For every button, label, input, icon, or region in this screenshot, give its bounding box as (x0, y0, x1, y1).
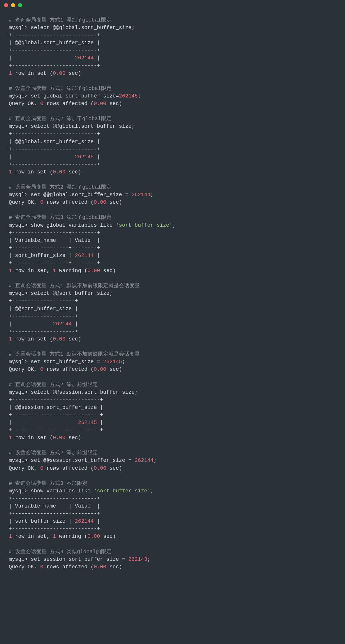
terminal-line: # 查询会话变量 方式1 默认不加前缀限定就是会话变量 (9, 282, 336, 290)
terminal-line: mysql> select @@global.sort_buffer_size; (9, 123, 336, 130)
terminal-line: | Variable_name | Value | (9, 237, 336, 244)
terminal-text-segment: mysql> set global sort_buffer_size= (9, 93, 119, 99)
terminal-text-segment: +------------------+--------+ (9, 511, 100, 517)
terminal-text-segment: +------------------+--------+ (9, 230, 100, 236)
terminal-line: | @@session.sort_buffer_size | (9, 404, 336, 411)
terminal-text-segment: +------------------+--------+ (9, 496, 100, 501)
terminal-line: # 设置全局变量 方式2 添加了global限定 (9, 183, 336, 191)
terminal-text-segment: 'sort_buffer_size' (116, 222, 172, 228)
terminal-text-segment: 0.00 (94, 199, 106, 205)
terminal-line: +--------------------+ (9, 313, 336, 320)
maximize-icon[interactable] (18, 3, 22, 7)
terminal-line (9, 472, 336, 480)
terminal-text-segment: 0.00 (53, 435, 65, 441)
terminal-text-segment: 262144 (75, 253, 94, 258)
terminal-text-segment: mysql> set @@global.sort_buffer_size = (9, 192, 131, 198)
terminal-text-segment: 262144 (131, 192, 150, 198)
terminal-text-segment: ; (147, 556, 150, 562)
terminal-text-segment: 1 (9, 268, 12, 274)
terminal-line: +------------------+--------+ (9, 259, 336, 267)
terminal-line: mysql> set sort_buffer_size = 262145; (9, 358, 336, 366)
terminal-text-segment: sec) (65, 336, 81, 342)
terminal-text-segment: Query OK, (9, 564, 40, 570)
terminal-text-segment: 262145 (75, 154, 94, 160)
terminal-text-segment: ; (138, 93, 141, 99)
terminal-text-segment: ; (150, 192, 154, 198)
terminal-line: # 设置会话变量 方式2 添加前缀限定 (9, 449, 336, 457)
terminal-text-segment: +--------------------+ (9, 313, 78, 319)
terminal-text-segment: rows affected ( (43, 465, 94, 471)
terminal-text-segment: 1 (9, 336, 12, 342)
terminal-text-segment: 'sort_buffer_size' (94, 488, 150, 494)
terminal-text-segment: 262144 (53, 321, 72, 327)
terminal-line: +---------------------------+ (9, 130, 336, 138)
terminal-text-segment: # 设置会话变量 方式3 类似global的限定 (9, 549, 112, 555)
terminal-line: mysql> set @@global.sort_buffer_size = 2… (9, 191, 336, 198)
terminal-text-segment: 0.00 (94, 366, 106, 372)
terminal-text-segment: 0.00 (94, 564, 106, 570)
terminal-text-segment: # 查询全局变量 方式1 添加了global限定 (9, 17, 112, 23)
terminal-line: mysql> show variables like 'sort_buffer_… (9, 487, 336, 495)
terminal-text-segment: +--------------------+ (9, 298, 78, 304)
terminal-text-segment: 262145 (103, 359, 122, 365)
terminal-text-segment: 0.00 (87, 533, 100, 539)
terminal-text-segment: | (9, 154, 75, 160)
terminal-text-segment: | @@session.sort_buffer_size | (9, 405, 103, 410)
terminal-text-segment: mysql> show global variables like (9, 222, 116, 228)
minimize-icon[interactable] (11, 3, 15, 7)
terminal-line: # 查询全局变量 方式1 添加了global限定 (9, 16, 336, 24)
terminal-line: | 262144 | (9, 320, 336, 328)
terminal-text-segment: sec) (65, 435, 81, 441)
terminal-text-segment: 262145 (78, 420, 97, 425)
terminal-text-segment: +------------------+--------+ (9, 526, 100, 532)
terminal-text-segment: sec) (100, 533, 116, 539)
terminal-text-segment: Query OK, (9, 199, 40, 205)
terminal-text-segment: | @@sort_buffer_size | (9, 306, 78, 312)
terminal-line: +----------------------------+ (9, 396, 336, 404)
terminal-text-segment: 262145 (119, 93, 138, 99)
terminal-line: # 查询会话变量 方式2 添加前缀限定 (9, 381, 336, 388)
terminal-text-segment: row in set, (12, 268, 53, 274)
close-icon[interactable] (4, 3, 8, 7)
terminal-text-segment: 0.00 (87, 268, 100, 274)
terminal-text-segment: | sort_buffer_size | (9, 518, 75, 524)
terminal-text-segment: row in set, (12, 533, 53, 539)
terminal-text-segment: sec) (106, 465, 122, 471)
terminal-line: mysql> set @@session.sort_buffer_size = … (9, 457, 336, 464)
terminal-line: +---------------------------+ (9, 62, 336, 70)
terminal-line: # 查询会话变量 方式3 不加限定 (9, 480, 336, 487)
terminal-text-segment: sec) (100, 268, 116, 274)
terminal-text-segment: mysql> set sort_buffer_size = (9, 359, 103, 365)
terminal-line: mysql> select @@session.sort_buffer_size… (9, 388, 336, 396)
terminal-line (9, 77, 336, 85)
terminal-text-segment: 0.00 (53, 336, 65, 342)
terminal-text-segment: sec) (106, 366, 122, 372)
terminal-line: +------------------+--------+ (9, 244, 336, 252)
terminal-text-segment: 0 (40, 101, 43, 107)
terminal-text-segment: 262144 (75, 55, 94, 61)
terminal-text-segment: row in set ( (12, 70, 53, 76)
terminal-text-segment: 1 (9, 70, 12, 76)
terminal-line: # 设置会话变量 方式1 默认不加前缀限定就是会话变量 (9, 350, 336, 358)
terminal-text-segment: sec) (65, 169, 81, 175)
terminal-text-segment: warning ( (56, 268, 87, 274)
terminal-line: | 262145 | (9, 153, 336, 161)
terminal-text-segment: sec) (106, 564, 122, 570)
terminal-line (9, 274, 336, 282)
terminal-text-segment: 262143 (128, 556, 147, 562)
terminal-line: mysql> select @@sort_buffer_size; (9, 290, 336, 297)
terminal-line: # 设置全局变量 方式1 添加了global限定 (9, 85, 336, 92)
terminal-line: 1 row in set (0.00 sec) (9, 335, 336, 343)
terminal-text-segment: +--------------------+ (9, 329, 78, 334)
terminal-line: Query OK, 0 rows affected (0.00 sec) (9, 464, 336, 472)
terminal-line: +------------------+--------+ (9, 495, 336, 502)
terminal-text-segment: sec) (106, 101, 122, 107)
terminal-text-segment: +---------------------------+ (9, 47, 100, 53)
terminal-window: # 查询全局变量 方式1 添加了global限定mysql> select @@… (0, 0, 345, 644)
terminal-line: Query OK, 0 rows affected (0.00 sec) (9, 366, 336, 373)
terminal-text-segment: | Variable_name | Value | (9, 503, 100, 509)
terminal-line: 1 row in set, 1 warning (0.00 sec) (9, 267, 336, 274)
terminal-text-segment: | (97, 420, 103, 425)
terminal-text-segment: rows affected ( (43, 199, 94, 205)
terminal-text-segment: Query OK, (9, 465, 40, 471)
